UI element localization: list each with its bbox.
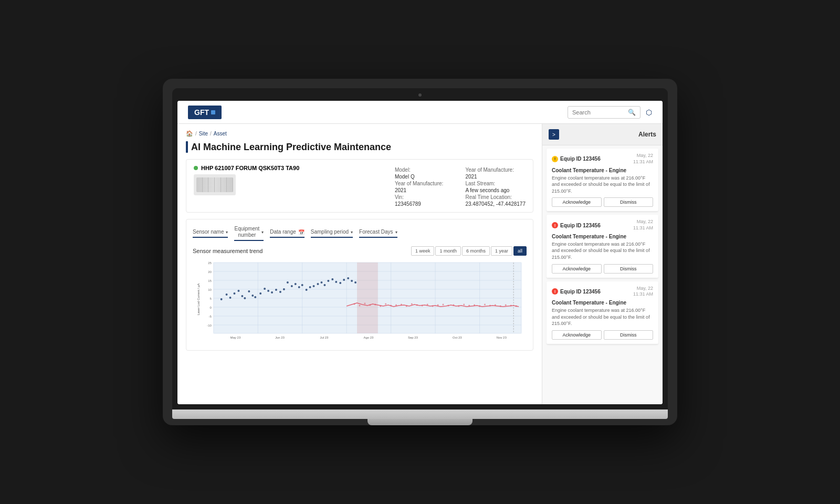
svg-point-40 [237, 290, 239, 292]
alert-description: Engine coolant temperature was at 216.00… [552, 307, 653, 327]
svg-point-80 [395, 304, 397, 306]
chart-header: Sensor measurement trend 1 week 1 month … [193, 246, 527, 256]
alert-warning-icon: ! [552, 156, 558, 162]
svg-point-43 [248, 290, 250, 292]
data-range-filter[interactable]: Data range 📅 [270, 229, 304, 238]
search-box: 🔍 [568, 106, 640, 119]
svg-rect-34 [357, 262, 378, 333]
svg-point-41 [241, 295, 243, 297]
location-value: 23.4870452, -47.4428177 [465, 201, 526, 207]
svg-text:Ago 23: Ago 23 [363, 336, 374, 339]
last-stream-value: A few seconds ago [465, 187, 526, 193]
asset-info: HHP 621007 FORUM QSK50T3 TA90 [194, 165, 387, 195]
svg-text:Jun 23: Jun 23 [275, 336, 285, 339]
alert-item-header: ! Equip ID 123456 May, 2211:31 AM [552, 286, 653, 298]
svg-point-70 [351, 280, 353, 282]
svg-point-62 [320, 281, 322, 284]
alerts-sidebar: > Alerts ! Equip ID 123456 [542, 124, 663, 404]
svg-text:-5: -5 [208, 315, 212, 318]
dismiss-button[interactable]: Dismiss [604, 264, 654, 274]
alerts-toggle-button[interactable]: > [549, 129, 559, 140]
sensor-name-filter[interactable]: Sensor name ▾ [193, 229, 228, 238]
svg-text:10: 10 [208, 288, 212, 291]
acknowledge-button[interactable]: Acknowledge [552, 264, 602, 274]
logo: GFT [188, 106, 222, 119]
alert-description: Engine coolant temperature was at 216.00… [552, 241, 653, 261]
alert-date: May, 2211:31 AM [633, 286, 653, 298]
svg-point-68 [343, 279, 345, 281]
alert-type: Coolant Temperature - Engine [552, 167, 653, 173]
svg-point-87 [432, 306, 434, 307]
alert-item: ! Equip ID 123456 May, 2211:31 AM Coolan… [547, 149, 658, 212]
vin-label: Vin: [395, 194, 455, 200]
svg-point-79 [390, 305, 392, 307]
equipment-number-filter[interactable]: Equipmentnumber ▾ [234, 226, 264, 241]
chart-title: Sensor measurement trend [193, 248, 262, 254]
acknowledge-button[interactable]: Acknowledge [552, 330, 602, 340]
page-title: AI Machine Learning Predictive Maintenan… [186, 141, 533, 153]
search-input[interactable] [572, 109, 625, 116]
svg-point-39 [234, 292, 236, 295]
vin-value: 123456789 [395, 201, 455, 207]
svg-point-98 [489, 305, 491, 307]
svg-text:Laser Lod Current / µA: Laser Lod Current / µA [197, 284, 200, 316]
sampling-period-chevron: ▾ [351, 230, 353, 235]
acknowledge-button[interactable]: Acknowledge [552, 197, 602, 207]
asset-meta: Model: Year of Manufacture: Model Q 2021… [395, 167, 526, 207]
alert-item-header: ! Equip ID 123456 May, 2211:31 AM [552, 219, 653, 231]
svg-point-60 [313, 285, 315, 287]
svg-point-103 [516, 306, 517, 307]
svg-point-82 [406, 306, 407, 307]
svg-point-46 [259, 292, 261, 295]
app-header: GFT 🔍 ⬡ [177, 101, 663, 124]
equipment-number-chevron: ▾ [261, 230, 264, 235]
time-range-buttons: 1 week 1 month 6 months 1 year all [411, 246, 527, 256]
alert-type: Coolant Temperature - Engine [552, 300, 653, 306]
btn-1week[interactable]: 1 week [411, 246, 435, 256]
yom2-label: Year of Manufacture: [395, 181, 455, 186]
laptop-base [172, 410, 668, 419]
alert-error-icon: ! [552, 222, 558, 228]
logout-icon[interactable]: ⬡ [646, 108, 652, 117]
alert-equip-info: ! Equip ID 123456 [552, 156, 601, 162]
asset-card: HHP 621007 FORUM QSK50T3 TA90 [186, 159, 533, 213]
svg-text:Sep 23: Sep 23 [408, 336, 418, 339]
alert-item: ! Equip ID 123456 May, 2211:31 AM Coolan… [547, 215, 658, 278]
sensor-name-chevron: ▾ [226, 230, 228, 235]
dismiss-button[interactable]: Dismiss [604, 330, 654, 340]
location-label: Real Time Location: [465, 194, 526, 200]
alert-error-icon: ! [552, 288, 558, 295]
svg-text:May 23: May 23 [230, 336, 241, 339]
svg-point-81 [401, 304, 402, 306]
btn-1month[interactable]: 1 month [435, 246, 461, 256]
svg-point-71 [354, 281, 356, 284]
svg-point-37 [226, 293, 228, 296]
svg-point-55 [295, 283, 297, 285]
btn-all[interactable]: all [513, 246, 527, 256]
svg-point-91 [453, 304, 454, 306]
forecast-days-label: Forecast Days [359, 229, 393, 235]
alerts-title: Alerts [638, 131, 656, 138]
svg-point-78 [385, 303, 386, 305]
svg-text:20: 20 [208, 270, 212, 274]
home-icon[interactable]: 🏠 [186, 130, 193, 137]
svg-point-42 [244, 297, 246, 299]
svg-point-99 [495, 304, 496, 306]
svg-text:15: 15 [208, 279, 212, 282]
svg-point-45 [254, 296, 256, 298]
sensor-name-label: Sensor name [193, 229, 224, 235]
svg-point-101 [505, 304, 507, 306]
btn-1year[interactable]: 1 year [491, 246, 512, 256]
forecast-days-chevron: ▾ [395, 230, 397, 235]
sampling-period-filter[interactable]: Sampling period ▾ [311, 229, 353, 238]
svg-point-36 [220, 298, 223, 300]
svg-point-51 [279, 291, 281, 293]
breadcrumb: 🏠 / Site / Asset [186, 130, 533, 137]
alert-date: May, 2211:31 AM [633, 219, 653, 231]
btn-6months[interactable]: 6 months [462, 246, 490, 256]
forecast-days-filter[interactable]: Forecast Days ▾ [359, 229, 397, 238]
search-icon: 🔍 [628, 109, 636, 116]
breadcrumb-site[interactable]: Site [199, 131, 208, 136]
dismiss-button[interactable]: Dismiss [604, 197, 654, 207]
svg-point-100 [500, 306, 501, 307]
